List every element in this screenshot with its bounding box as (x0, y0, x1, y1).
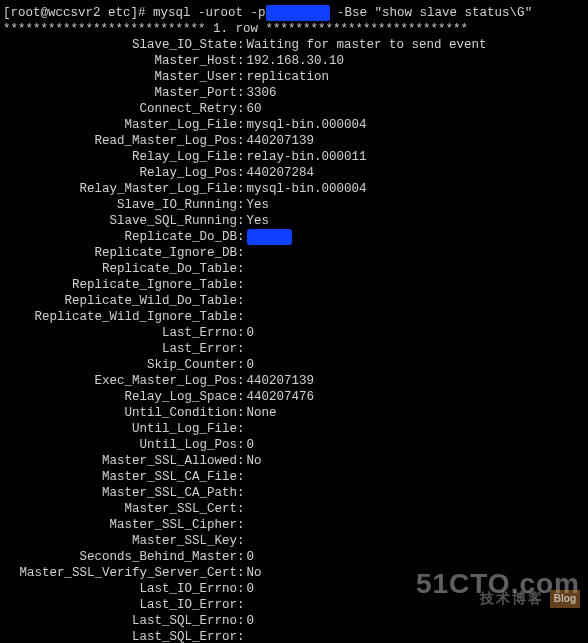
status-key: Last_SQL_Errno (0, 613, 237, 629)
redacted-password: ******** (266, 5, 330, 21)
colon: : (237, 373, 247, 389)
status-value: Yes (247, 213, 270, 229)
status-row: Last_Errno: 0 (0, 325, 588, 341)
colon: : (237, 37, 247, 53)
colon: : (237, 85, 247, 101)
status-key: Last_IO_Error (0, 597, 237, 613)
status-row: Last_Error: (0, 341, 588, 357)
status-row: Relay_Master_Log_File: mysql-bin.000004 (0, 181, 588, 197)
status-row: Until_Log_Pos: 0 (0, 437, 588, 453)
status-value: 0 (247, 437, 255, 453)
status-row: Slave_SQL_Running: Yes (0, 213, 588, 229)
status-row: Replicate_Ignore_Table: (0, 277, 588, 293)
colon: : (237, 197, 247, 213)
colon: : (237, 181, 247, 197)
colon: : (237, 629, 247, 643)
status-row: Relay_Log_Space: 440207476 (0, 389, 588, 405)
status-key: Until_Log_Pos (0, 437, 237, 453)
status-row: Replicate_Wild_Ignore_Table: (0, 309, 588, 325)
status-row: Last_IO_Error: (0, 597, 588, 613)
status-key: Connect_Retry (0, 101, 237, 117)
status-row: Master_SSL_CA_Path: (0, 485, 588, 501)
status-row: Relay_Log_File: relay-bin.000011 (0, 149, 588, 165)
colon: : (237, 549, 247, 565)
status-key: Until_Log_File (0, 421, 237, 437)
status-row: Until_Condition: None (0, 405, 588, 421)
status-row: Read_Master_Log_Pos: 440207139 (0, 133, 588, 149)
slave-status-output: Slave_IO_State: Waiting for master to se… (0, 37, 588, 643)
status-value: 440207139 (247, 133, 315, 149)
status-value: 0 (247, 613, 255, 629)
colon: : (237, 149, 247, 165)
status-value: xxxxx (247, 229, 293, 245)
row-separator: *************************** 1. row *****… (0, 21, 588, 37)
terminal-command-line: [root@wccsvr2 etc]# mysql -uroot -p*****… (0, 5, 588, 21)
colon: : (237, 341, 247, 357)
status-value: 3306 (247, 85, 277, 101)
status-key: Master_SSL_CA_Path (0, 485, 237, 501)
status-row: Skip_Counter: 0 (0, 357, 588, 373)
status-value: 0 (247, 357, 255, 373)
colon: : (237, 453, 247, 469)
status-row: Replicate_Do_DB: xxxxx (0, 229, 588, 245)
colon: : (237, 293, 247, 309)
status-row: Replicate_Ignore_DB: (0, 245, 588, 261)
status-value: 0 (247, 549, 255, 565)
status-key: Relay_Master_Log_File (0, 181, 237, 197)
status-row: Until_Log_File: (0, 421, 588, 437)
status-row: Seconds_Behind_Master: 0 (0, 549, 588, 565)
colon: : (237, 485, 247, 501)
colon: : (237, 565, 247, 581)
status-value: Yes (247, 197, 270, 213)
status-row: Last_SQL_Errno: 0 (0, 613, 588, 629)
status-key: Master_SSL_Cipher (0, 517, 237, 533)
colon: : (237, 437, 247, 453)
status-key: Master_SSL_CA_File (0, 469, 237, 485)
status-key: Master_SSL_Key (0, 533, 237, 549)
status-value: None (247, 405, 277, 421)
status-value: replication (247, 69, 330, 85)
colon: : (237, 469, 247, 485)
status-row: Master_Log_File: mysql-bin.000004 (0, 117, 588, 133)
status-value: No (247, 453, 262, 469)
status-key: Master_SSL_Cert (0, 501, 237, 517)
status-key: Last_IO_Errno (0, 581, 237, 597)
status-row: Master_Host: 192.168.30.10 (0, 53, 588, 69)
status-row: Master_SSL_Cert: (0, 501, 588, 517)
status-key: Replicate_Do_Table (0, 261, 237, 277)
colon: : (237, 53, 247, 69)
status-value: mysql-bin.000004 (247, 117, 367, 133)
colon: : (237, 133, 247, 149)
status-key: Last_Errno (0, 325, 237, 341)
status-value: 60 (247, 101, 262, 117)
status-key: Master_SSL_Allowed (0, 453, 237, 469)
status-key: Last_SQL_Error (0, 629, 237, 643)
status-row: Master_SSL_Key: (0, 533, 588, 549)
colon: : (237, 613, 247, 629)
colon: : (237, 405, 247, 421)
status-key: Master_Port (0, 85, 237, 101)
colon: : (237, 261, 247, 277)
colon: : (237, 517, 247, 533)
status-row: Master_SSL_CA_File: (0, 469, 588, 485)
colon: : (237, 309, 247, 325)
colon: : (237, 213, 247, 229)
status-key: Relay_Log_Space (0, 389, 237, 405)
command-pre: mysql -uroot -p (153, 6, 266, 20)
status-value: 192.168.30.10 (247, 53, 345, 69)
colon: : (237, 389, 247, 405)
status-key: Master_Log_File (0, 117, 237, 133)
status-value: 440207476 (247, 389, 315, 405)
colon: : (237, 165, 247, 181)
status-key: Until_Condition (0, 405, 237, 421)
command-post: -Bse "show slave status\G" (330, 6, 533, 20)
colon: : (237, 101, 247, 117)
status-key: Replicate_Ignore_Table (0, 277, 237, 293)
status-row: Slave_IO_Running: Yes (0, 197, 588, 213)
status-value: relay-bin.000011 (247, 149, 367, 165)
colon: : (237, 421, 247, 437)
status-row: Exec_Master_Log_Pos: 440207139 (0, 373, 588, 389)
colon: : (237, 229, 247, 245)
status-value: No (247, 565, 262, 581)
colon: : (237, 533, 247, 549)
